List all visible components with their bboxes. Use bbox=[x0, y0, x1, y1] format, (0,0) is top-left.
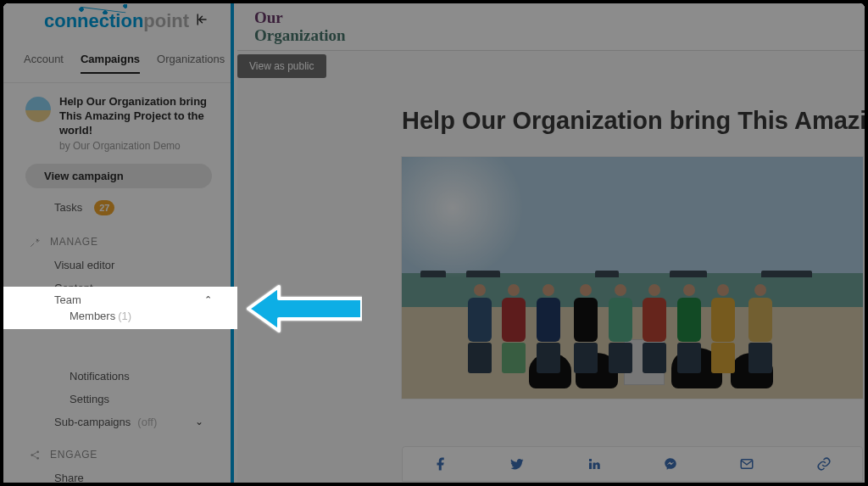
view-campaign-row: View campaign bbox=[3, 164, 231, 193]
section-manage-label: MANAGE bbox=[50, 236, 98, 248]
page-top-bar: Our Organization bbox=[237, 3, 865, 51]
campaign-summary-text: Help Our Organization bring This Amazing… bbox=[59, 95, 212, 152]
side-nav: Tasks 27 MANAGE Visual editor Content ⌄ … bbox=[3, 193, 231, 483]
hero-people bbox=[461, 263, 804, 373]
sidebar: connectionpoint Account Campaigns Organi… bbox=[3, 3, 234, 483]
collapse-sidebar-button[interactable] bbox=[193, 12, 209, 31]
brand-word-1: connection bbox=[44, 10, 143, 31]
nav-team-members[interactable]: Members (1) bbox=[3, 308, 237, 324]
facebook-icon bbox=[433, 456, 448, 472]
view-campaign-button[interactable]: View campaign bbox=[25, 164, 212, 188]
share-messenger[interactable] bbox=[632, 456, 709, 472]
campaign-title: Help Our Organization bring This Amazing… bbox=[402, 107, 865, 135]
tab-campaigns[interactable]: Campaigns bbox=[81, 53, 140, 74]
sub-campaigns-off: (off) bbox=[137, 416, 157, 428]
svg-point-2 bbox=[36, 457, 39, 460]
brand-logo[interactable]: connectionpoint bbox=[44, 12, 189, 31]
campaign-hero-image bbox=[402, 157, 863, 399]
campaign-card: Help Our Organization bring This Amazing… bbox=[402, 107, 865, 399]
nav-team[interactable]: Team ⌃ bbox=[3, 292, 237, 308]
share-twitter[interactable] bbox=[479, 456, 555, 472]
campaign-summary[interactable]: Help Our Organization bring This Amazing… bbox=[3, 95, 231, 164]
linkedin-icon bbox=[587, 456, 602, 472]
nav-sub-campaigns[interactable]: Sub-campaigns (off) ⌄ bbox=[3, 411, 231, 433]
section-manage: MANAGE bbox=[3, 221, 231, 254]
campaign-summary-title: Help Our Organization bring This Amazing… bbox=[59, 95, 212, 138]
tab-account[interactable]: Account bbox=[24, 53, 64, 74]
twitter-icon bbox=[509, 456, 525, 472]
nav-team-settings[interactable]: Settings bbox=[3, 388, 231, 411]
email-icon bbox=[739, 456, 754, 472]
tab-organizations[interactable]: Organizations bbox=[157, 53, 225, 74]
logo-row: connectionpoint bbox=[3, 3, 231, 34]
nav-tasks[interactable]: Tasks 27 bbox=[3, 195, 231, 221]
chevron-up-icon: ⌃ bbox=[204, 294, 212, 305]
tasks-count-badge: 27 bbox=[94, 200, 114, 215]
org-title-line2: Organization bbox=[254, 27, 346, 45]
nav-share[interactable]: Share bbox=[3, 466, 231, 483]
view-as-public-button[interactable]: View as public bbox=[237, 54, 326, 78]
app-frame: connectionpoint Account Campaigns Organi… bbox=[3, 3, 865, 483]
share-email[interactable] bbox=[709, 456, 785, 472]
nav-team-notifications[interactable]: Notifications bbox=[3, 365, 231, 388]
share-linkedin[interactable] bbox=[556, 456, 632, 472]
collapse-panel-icon bbox=[193, 12, 209, 27]
chevron-down-icon: ⌄ bbox=[195, 416, 203, 427]
org-title: Our Organization bbox=[254, 9, 346, 44]
nav-visual-editor[interactable]: Visual editor bbox=[3, 254, 231, 277]
main-panel: Help Our Organization bring This Amazing… bbox=[237, 51, 865, 483]
nav-team-members-label: Members bbox=[70, 310, 115, 322]
share-link[interactable] bbox=[786, 456, 862, 472]
nav-team-label: Team bbox=[54, 293, 81, 306]
link-icon bbox=[816, 456, 832, 472]
section-engage: ENGAGE bbox=[3, 433, 231, 466]
campaign-thumbnail bbox=[25, 97, 51, 122]
nav-sub-campaigns-label: Sub-campaigns bbox=[54, 416, 131, 428]
svg-point-0 bbox=[31, 454, 33, 456]
share-facebook[interactable] bbox=[403, 456, 479, 472]
nav-tasks-label: Tasks bbox=[54, 201, 82, 214]
share-nodes-icon bbox=[29, 449, 42, 461]
messenger-icon bbox=[663, 456, 678, 472]
org-title-line1: Our bbox=[254, 9, 346, 27]
tools-icon bbox=[29, 236, 42, 249]
members-count: (1) bbox=[118, 310, 131, 322]
highlight-team-section: Team ⌃ Members (1) bbox=[3, 287, 237, 329]
brand-word-2: point bbox=[143, 10, 189, 31]
section-engage-label: ENGAGE bbox=[50, 449, 97, 461]
svg-point-1 bbox=[36, 450, 39, 453]
campaign-summary-byline: by Our Organization Demo bbox=[59, 140, 212, 152]
share-bar bbox=[402, 446, 863, 482]
top-tabs: Account Campaigns Organizations Enterpri… bbox=[3, 34, 231, 83]
